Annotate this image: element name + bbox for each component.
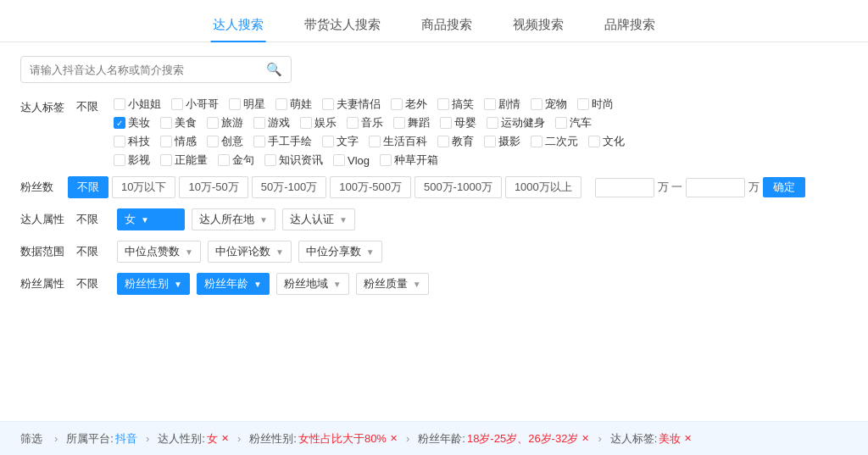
search-input[interactable] (21, 58, 258, 81)
chip-talent-tag-close[interactable]: ✕ (684, 433, 692, 444)
checkbox-摄影 (484, 136, 496, 147)
chip-fans-age: 粉丝年龄: 18岁-25岁、26岁-32岁 ✕ (418, 431, 589, 447)
checkbox-手工手绘 (253, 136, 265, 147)
tag-美食[interactable]: 美食 (160, 115, 197, 130)
fans-unlimited[interactable]: 不限 (68, 176, 108, 198)
fans-confirm-button[interactable]: 确定 (763, 177, 805, 197)
sep-4: › (598, 432, 601, 445)
fans-1000w-above[interactable]: 1000万以上 (505, 176, 581, 198)
tags-unlimited[interactable]: 不限 (68, 97, 107, 117)
fans-quality-dropdown[interactable]: 粉丝质量 ▼ (356, 273, 429, 295)
location-dropdown[interactable]: 达人所在地 ▼ (192, 208, 275, 230)
fans-500-1000w[interactable]: 500万-1000万 (415, 176, 502, 198)
chip-fans-age-close[interactable]: ✕ (581, 433, 589, 444)
tab-product-search[interactable]: 商品搜索 (401, 10, 492, 42)
data-range-unlimited[interactable]: 不限 (68, 241, 107, 262)
tag-文化[interactable]: 文化 (588, 134, 625, 149)
certification-value: 达人认证 (290, 212, 334, 227)
tag-旅游[interactable]: 旅游 (207, 115, 243, 130)
checkbox-金句 (218, 154, 230, 166)
tag-生活百科[interactable]: 生活百科 (369, 134, 427, 149)
fans-age-dropdown[interactable]: 粉丝年龄 ▼ (197, 273, 270, 295)
sep-0: › (54, 432, 58, 445)
tag-文字[interactable]: 文字 (322, 134, 359, 149)
tab-brand-search[interactable]: 品牌搜索 (584, 10, 676, 42)
chip-gender-close[interactable]: ✕ (221, 433, 229, 444)
tag-情感[interactable]: 情感 (160, 134, 197, 149)
chip-fans-gender-label: 粉丝性别: (249, 431, 297, 447)
attr-unlimited[interactable]: 不限 (68, 209, 107, 230)
tag-教育[interactable]: 教育 (437, 134, 474, 149)
tag-游戏[interactable]: 游戏 (253, 115, 290, 130)
checkbox-教育 (437, 136, 449, 147)
checkbox-美妆 (114, 117, 125, 129)
checkbox-萌娃 (275, 98, 287, 110)
chip-fans-gender-close[interactable]: ✕ (390, 433, 398, 444)
tab-带货达人[interactable]: 带货达人搜索 (284, 10, 401, 42)
tags-row-0: 小姐姐 小哥哥 明星 萌娃 夫妻情侣 老外 搞笑 剧情 宠物 时尚 (114, 97, 633, 112)
tag-美妆[interactable]: 美妆 (114, 115, 150, 130)
tag-正能量[interactable]: 正能量 (160, 153, 208, 168)
tag-娱乐[interactable]: 娱乐 (300, 115, 337, 130)
tag-种草开箱[interactable]: 种草开箱 (380, 153, 438, 168)
sep-1: › (146, 432, 149, 445)
tag-小姐姐[interactable]: 小姐姐 (114, 97, 161, 112)
tag-小哥哥[interactable]: 小哥哥 (171, 97, 219, 112)
tag-宠物[interactable]: 宠物 (531, 97, 567, 112)
tag-运动健身[interactable]: 运动健身 (487, 115, 545, 130)
checkbox-剧情 (484, 98, 496, 110)
filter-row-attributes: 达人属性 不限 女 ▼ 达人所在地 ▼ 达人认证 ▼ (20, 208, 848, 232)
tags-row-1: 美妆 美食 旅游 游戏 娱乐 音乐 舞蹈 母婴 运动健身 汽车 (114, 115, 633, 130)
tag-母婴[interactable]: 母婴 (440, 115, 476, 130)
filter-row-fans-attr: 粉丝属性 不限 粉丝性别 ▼ 粉丝年龄 ▼ 粉丝地域 ▼ 粉丝质量 ▼ (20, 273, 848, 297)
fans-range-end[interactable] (686, 178, 745, 197)
checkbox-夫妻情侣 (322, 98, 334, 110)
fans-10-50w[interactable]: 10万-50万 (179, 176, 248, 198)
tag-舞蹈[interactable]: 舞蹈 (393, 115, 430, 130)
shares-dropdown[interactable]: 中位分享数 ▼ (298, 241, 382, 263)
tag-科技[interactable]: 科技 (114, 134, 150, 149)
fans-gender-dropdown[interactable]: 粉丝性别 ▼ (117, 273, 190, 295)
fans-unit-end: 万 (748, 180, 760, 195)
gender-dropdown[interactable]: 女 ▼ (117, 208, 185, 230)
chip-platform-value[interactable]: 抖音 (115, 431, 137, 447)
tag-二次元[interactable]: 二次元 (531, 134, 578, 149)
fans-attr-unlimited[interactable]: 不限 (68, 274, 107, 294)
checkbox-文化 (588, 136, 600, 147)
tag-明星[interactable]: 明星 (229, 97, 265, 112)
fans-100-500w[interactable]: 100万-500万 (330, 176, 411, 198)
tag-Vlog[interactable]: Vlog (333, 154, 370, 167)
shares-value: 中位分享数 (306, 244, 361, 259)
tag-剧情[interactable]: 剧情 (484, 97, 520, 112)
fans-range-start[interactable] (595, 178, 654, 197)
fans-age-arrow-icon: ▼ (253, 280, 262, 289)
checkbox-二次元 (531, 136, 542, 147)
tag-夫妻情侣[interactable]: 夫妻情侣 (322, 97, 381, 112)
tag-搞笑[interactable]: 搞笑 (437, 97, 474, 112)
fans-region-dropdown[interactable]: 粉丝地域 ▼ (276, 273, 349, 295)
filter-row-fans: 粉丝数 不限 10万以下 10万-50万 50万-100万 100万-500万 … (20, 176, 848, 200)
checkbox-运动健身 (487, 117, 498, 129)
search-icon[interactable]: 🔍 (258, 57, 291, 82)
tag-影视[interactable]: 影视 (114, 153, 150, 168)
tag-汽车[interactable]: 汽车 (555, 115, 592, 130)
tag-创意[interactable]: 创意 (207, 134, 243, 149)
tag-时尚[interactable]: 时尚 (577, 97, 614, 112)
tag-知识资讯[interactable]: 知识资讯 (264, 153, 323, 168)
likes-dropdown[interactable]: 中位点赞数 ▼ (117, 241, 201, 263)
tab-video-search[interactable]: 视频搜索 (492, 10, 584, 42)
tab-talent-search[interactable]: 达人搜索 (192, 10, 284, 42)
tag-手工手绘[interactable]: 手工手绘 (253, 134, 312, 149)
fans-10w-below[interactable]: 10万以下 (112, 176, 175, 198)
likes-arrow-icon: ▼ (185, 247, 193, 257)
tag-摄影[interactable]: 摄影 (484, 134, 520, 149)
checkbox-明星 (229, 98, 241, 110)
checkbox-创意 (207, 136, 219, 147)
tag-萌娃[interactable]: 萌娃 (275, 97, 312, 112)
fans-50-100w[interactable]: 50万-100万 (252, 176, 326, 198)
tag-音乐[interactable]: 音乐 (347, 115, 383, 130)
comments-dropdown[interactable]: 中位评论数 ▼ (208, 241, 292, 263)
tag-老外[interactable]: 老外 (391, 97, 427, 112)
certification-dropdown[interactable]: 达人认证 ▼ (282, 208, 355, 230)
tag-金句[interactable]: 金句 (218, 153, 254, 168)
